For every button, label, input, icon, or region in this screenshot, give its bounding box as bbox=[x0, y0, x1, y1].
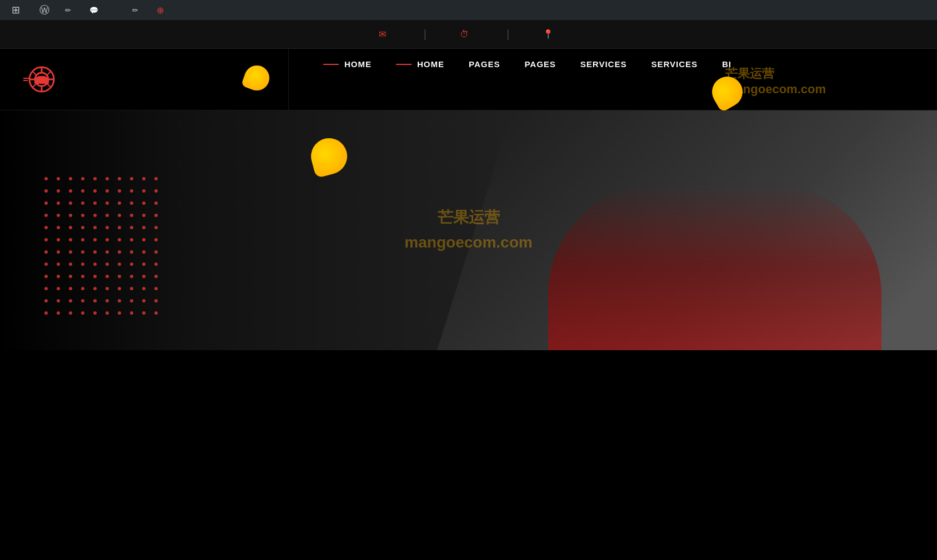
logo-section bbox=[0, 49, 289, 110]
dot-41 bbox=[57, 226, 60, 229]
nav-services-1[interactable]: SERVICES bbox=[568, 49, 639, 79]
dot-5 bbox=[106, 177, 109, 180]
divider-2: | bbox=[507, 28, 509, 41]
dot-94 bbox=[93, 287, 97, 290]
customize-icon: ✏ bbox=[65, 6, 71, 14]
svg-line-6 bbox=[33, 72, 37, 75]
admin-site-name[interactable]: ⊞ bbox=[7, 0, 27, 20]
dot-1 bbox=[57, 177, 60, 180]
dot-34 bbox=[93, 214, 97, 217]
dot-63 bbox=[81, 250, 84, 254]
dot-97 bbox=[130, 287, 133, 290]
dot-14 bbox=[93, 189, 97, 193]
nav-services-1-label: SERVICES bbox=[580, 59, 627, 69]
dot-115 bbox=[106, 311, 109, 315]
dot-113 bbox=[81, 311, 84, 315]
dot-49 bbox=[154, 226, 158, 229]
email-icon: ✉ bbox=[379, 29, 386, 39]
dot-39 bbox=[154, 214, 158, 217]
dot-65 bbox=[106, 250, 109, 254]
dot-36 bbox=[118, 214, 121, 217]
dot-110 bbox=[44, 311, 48, 315]
dot-88 bbox=[142, 275, 146, 278]
admin-comments[interactable]: 💬 bbox=[86, 0, 104, 20]
dot-90 bbox=[44, 287, 48, 290]
divider-1: | bbox=[424, 28, 427, 41]
dot-87 bbox=[130, 275, 133, 278]
dot-61 bbox=[57, 250, 60, 254]
nav-home-2-label: HOME bbox=[417, 59, 444, 69]
dot-31 bbox=[57, 214, 60, 217]
dot-13 bbox=[81, 189, 84, 193]
dot-52 bbox=[69, 238, 72, 241]
dot-89 bbox=[154, 275, 158, 278]
dot-105 bbox=[106, 299, 109, 302]
nav-pages-1[interactable]: PAGES bbox=[457, 49, 512, 79]
admin-bar: ⊞ Ⓦ ✏ 💬 ✏ ⊕ bbox=[0, 0, 937, 20]
logo[interactable] bbox=[22, 63, 68, 96]
dot-9 bbox=[154, 177, 158, 180]
nav-row-2 bbox=[311, 79, 744, 110]
admin-edit-page[interactable]: ✏ bbox=[129, 0, 144, 20]
dot-48 bbox=[142, 226, 146, 229]
svg-line-8 bbox=[47, 72, 51, 75]
dot-101 bbox=[57, 299, 60, 302]
wp-circle-icon: Ⓦ bbox=[39, 3, 49, 17]
admin-wp-logo[interactable]: Ⓦ bbox=[36, 0, 53, 20]
nav-section: HOME HOME PAGES PAGES SERVICES SERVICES bbox=[289, 49, 937, 110]
dot-93 bbox=[81, 287, 84, 290]
dot-6 bbox=[118, 177, 121, 180]
email-info[interactable]: ✉ bbox=[379, 29, 390, 39]
nav-contact-us[interactable] bbox=[311, 79, 335, 110]
dot-30 bbox=[44, 214, 48, 217]
dot-95 bbox=[106, 287, 109, 290]
dot-92 bbox=[69, 287, 72, 290]
nav-home-1[interactable]: HOME bbox=[311, 49, 384, 79]
nav-wrapper: HOME HOME PAGES PAGES SERVICES SERVICES bbox=[311, 49, 744, 110]
dot-12 bbox=[69, 189, 72, 193]
dot-16 bbox=[118, 189, 121, 193]
admin-customize[interactable]: ✏ bbox=[62, 0, 77, 20]
nav-services-2-label: SERVICES bbox=[651, 59, 698, 69]
dot-66 bbox=[118, 250, 121, 254]
top-info-bar: ✉ | ⏱ | 📍 bbox=[0, 20, 937, 49]
dot-40 bbox=[44, 226, 48, 229]
dot-69 bbox=[154, 250, 158, 254]
dot-117 bbox=[130, 311, 133, 315]
dot-99 bbox=[154, 287, 158, 290]
nav-home-1-label: HOME bbox=[344, 59, 372, 69]
dot-60 bbox=[44, 250, 48, 254]
dot-22 bbox=[69, 201, 72, 205]
nav-home-2[interactable]: HOME bbox=[384, 49, 457, 79]
dot-18 bbox=[142, 189, 146, 193]
dot-104 bbox=[93, 299, 97, 302]
dot-59 bbox=[154, 238, 158, 241]
admin-new[interactable] bbox=[113, 0, 120, 20]
nav-pages-2[interactable]: PAGES bbox=[512, 49, 568, 79]
dot-2 bbox=[69, 177, 72, 180]
dot-79 bbox=[154, 263, 158, 266]
clock-icon: ⏱ bbox=[460, 29, 469, 39]
admin-elementor[interactable]: ⊕ bbox=[153, 0, 170, 20]
hero-section: // Generate dots const dotContainer = do… bbox=[0, 110, 937, 350]
nav-pages-1-label: PAGES bbox=[469, 59, 500, 69]
nav-bi[interactable]: BI bbox=[710, 49, 744, 79]
dot-103 bbox=[81, 299, 84, 302]
dot-78 bbox=[142, 263, 146, 266]
dot-10 bbox=[44, 189, 48, 193]
nav-line-2 bbox=[396, 64, 412, 65]
dot-81 bbox=[57, 275, 60, 278]
dot-100 bbox=[44, 299, 48, 302]
dot-46 bbox=[118, 226, 121, 229]
nav-services-2[interactable]: SERVICES bbox=[639, 49, 710, 79]
dot-58 bbox=[142, 238, 146, 241]
dot-86 bbox=[118, 275, 121, 278]
svg-rect-10 bbox=[34, 81, 49, 84]
dot-33 bbox=[81, 214, 84, 217]
edit-icon: ✏ bbox=[132, 6, 138, 14]
dot-91 bbox=[57, 287, 60, 290]
dot-17 bbox=[130, 189, 133, 193]
dot-25 bbox=[106, 201, 109, 205]
dot-26 bbox=[118, 201, 121, 205]
elementor-icon: ⊕ bbox=[157, 5, 164, 16]
